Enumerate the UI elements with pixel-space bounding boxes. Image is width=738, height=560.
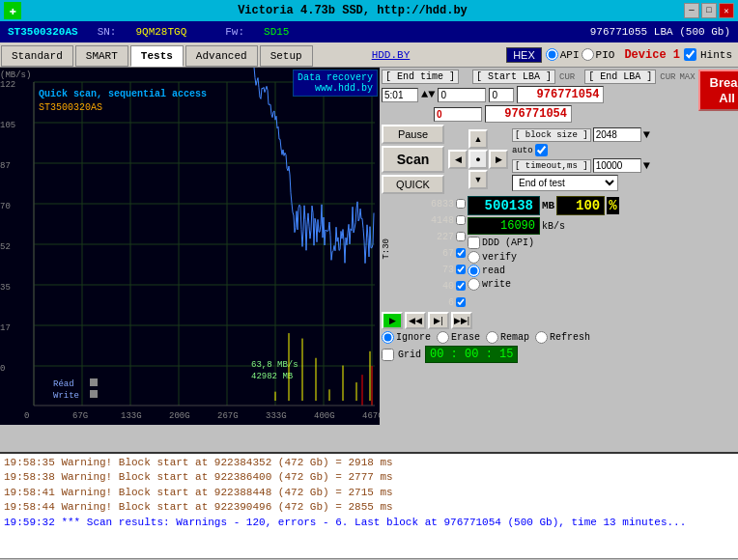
tab-standard[interactable]: Standard xyxy=(1,45,73,67)
erase-radio[interactable] xyxy=(437,331,449,344)
scan-button[interactable]: Scan xyxy=(382,146,444,173)
write-label: write xyxy=(482,279,511,290)
kbs-row: 16090 kB/s xyxy=(468,217,619,235)
verify-radio[interactable] xyxy=(468,251,480,264)
hex-button[interactable]: HEX xyxy=(506,47,542,63)
drive-name: ST3500320AS xyxy=(8,26,78,38)
timer-display: 00 : 00 : 15 xyxy=(425,346,518,363)
bar-checkbox[interactable] xyxy=(456,297,466,307)
api-radio[interactable] xyxy=(546,48,558,61)
log-area[interactable]: 19:58:35 Warning! Block start at 9223843… xyxy=(0,452,738,558)
right-panel: [ End time ] [ Start LBA ] CUR [ End LBA… xyxy=(380,68,738,452)
auto-row: auto xyxy=(512,144,650,156)
bar-checkbox[interactable] xyxy=(456,248,466,258)
right-controls: HEX API PIO Device 1 Hints xyxy=(506,47,738,63)
remap-radio[interactable] xyxy=(486,331,498,344)
cur-lba-input2[interactable] xyxy=(434,107,482,122)
bar-count: 73 xyxy=(423,265,454,275)
minimize-button[interactable]: ─ xyxy=(684,3,699,18)
hddby-link[interactable]: HDD.BY xyxy=(372,49,411,61)
erase-label: Erase xyxy=(451,332,480,343)
cur-lba-input[interactable] xyxy=(489,88,514,102)
bar-row: 1,0s 67 xyxy=(393,245,466,261)
nav-arrows: ▲ ◀ ● ▶ ▼ xyxy=(448,129,508,189)
nav-empty3 xyxy=(448,170,468,189)
end-time-input[interactable] xyxy=(382,88,418,102)
bar-checkbox[interactable] xyxy=(456,232,466,241)
block-size-input[interactable] xyxy=(593,127,641,142)
play-button[interactable]: ▶ xyxy=(382,312,403,329)
end-time-label: [ End time ] xyxy=(382,70,459,84)
window-controls: ─ □ ✕ xyxy=(684,3,734,18)
ignore-radio[interactable] xyxy=(382,331,394,344)
nav-right[interactable]: ▶ xyxy=(489,150,508,169)
start-lba-input[interactable] xyxy=(438,88,486,102)
top-controls-row: [ End time ] [ Start LBA ] CUR [ End LBA… xyxy=(382,70,736,123)
action-radios: Ignore Erase Remap Refresh xyxy=(382,331,736,344)
bar-checkbox[interactable] xyxy=(456,265,466,274)
device-label[interactable]: Device 1 xyxy=(624,48,680,62)
close-button[interactable]: ✕ xyxy=(719,3,734,18)
pct-val: 100 xyxy=(576,198,600,213)
timeout-label: [ timeout,ms ] xyxy=(512,159,591,173)
graph-section: Data recovery www.hdd.by xyxy=(0,68,380,452)
block-size-label: [ block size ] xyxy=(512,128,591,142)
read-radio[interactable] xyxy=(468,265,480,277)
tab-smart[interactable]: SMART xyxy=(75,45,128,67)
grid-label: Grid xyxy=(398,350,421,360)
write-row: write xyxy=(468,278,619,291)
bar-count: 40 xyxy=(423,281,454,292)
nav-down[interactable]: ▼ xyxy=(468,170,488,189)
bar-checkbox[interactable] xyxy=(456,215,466,225)
bar-count: 6 xyxy=(423,297,454,308)
block-size-arrow[interactable]: ▼ xyxy=(643,128,650,142)
pio-radio[interactable] xyxy=(582,48,594,61)
app-title: Victoria 4.73b SSD, http://hdd.by xyxy=(21,4,684,17)
tab-setup[interactable]: Setup xyxy=(260,45,313,67)
api-label: API xyxy=(560,49,580,61)
log-line: 19:58:35 Warning! Block start at 9223843… xyxy=(4,456,734,470)
bar-checkbox[interactable] xyxy=(456,199,466,209)
content-wrapper: Data recovery www.hdd.by [ End time ] [ … xyxy=(0,68,738,452)
bars-section: Т:30 25 6833 100 4148 250 227 1,0s xyxy=(382,196,466,310)
break-button-container: Break All xyxy=(698,70,738,111)
auto-label: auto xyxy=(512,146,533,155)
restore-button[interactable]: □ xyxy=(701,3,717,18)
timeout-input[interactable] xyxy=(593,158,641,173)
end-time-spinner[interactable]: ▲▼ xyxy=(421,88,435,101)
quick-button[interactable]: QUICK xyxy=(382,175,444,194)
log-line: 19:58:44 Warning! Block start at 9223904… xyxy=(4,500,734,515)
block-size-row: [ block size ] ▼ xyxy=(512,127,650,142)
start-lba-label: [ Start LBA ] xyxy=(472,70,555,84)
mb-unit: MB xyxy=(542,200,554,211)
menu-bar: Standard SMART Tests Advanced Setup HDD.… xyxy=(0,42,738,68)
write-radio[interactable] xyxy=(468,278,480,291)
nav-left[interactable]: ◀ xyxy=(448,150,468,169)
cur-label-2: CUR xyxy=(660,72,675,82)
auto-checkbox[interactable] xyxy=(535,144,548,156)
hints-checkbox[interactable] xyxy=(684,48,696,61)
refresh-radio[interactable] xyxy=(535,331,548,344)
bar-label: 25 xyxy=(393,199,419,210)
bar-label: 3,0s xyxy=(393,265,419,275)
end-of-test-select[interactable]: End of test xyxy=(512,175,618,191)
timeout-arrow[interactable]: ▼ xyxy=(643,159,650,173)
verify-row: verify xyxy=(468,251,619,264)
log-line: 19:58:38 Warning! Block start at 9223864… xyxy=(4,470,734,485)
grid-checkbox[interactable] xyxy=(382,349,394,361)
pause-button[interactable]: Pause xyxy=(382,125,444,144)
serial-value: 9QM28TGQ xyxy=(135,26,186,38)
tab-tests[interactable]: Tests xyxy=(130,45,184,67)
nav-empty2 xyxy=(489,129,508,149)
step-forward-button[interactable]: ▶| xyxy=(428,312,449,329)
bar-checkbox[interactable] xyxy=(456,281,466,291)
nav-center[interactable]: ● xyxy=(468,150,488,169)
ddd-checkbox[interactable] xyxy=(468,237,480,249)
drive-info-bar: ST3500320AS SN: 9QM28TGQ Fw: SD15 976771… xyxy=(0,21,738,42)
tab-advanced[interactable]: Advanced xyxy=(185,45,258,67)
ignore-row: Ignore xyxy=(382,331,431,344)
skip-end-button[interactable]: ▶▶| xyxy=(451,312,472,329)
nav-up[interactable]: ▲ xyxy=(468,129,488,149)
rewind-button[interactable]: ◀◀ xyxy=(405,312,426,329)
break-all-button[interactable]: Break All xyxy=(698,70,738,111)
